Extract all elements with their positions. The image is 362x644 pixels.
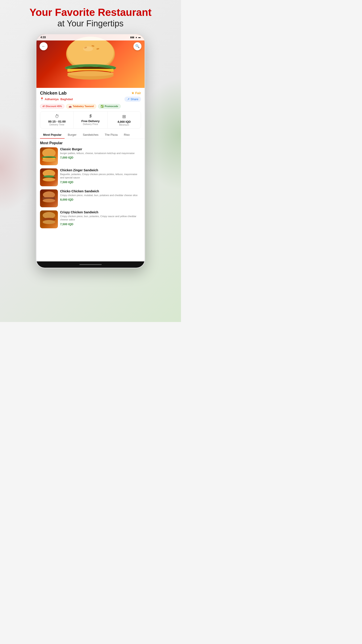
share-button[interactable]: ↗ Share [124,96,141,102]
info-card-delivery: $ Free Delivery Delivery Price [74,112,107,128]
rating-badge: ★ Fair [131,91,141,95]
svg-point-22 [43,175,54,178]
minimum-value: 4,000 IQD [117,120,131,124]
tags-row: 🏷 Discount 45% 🚗 Talabatey Tawseel ✅ Pro… [40,104,141,109]
location-row: 📍 Adhamiya Baghdad ↗ Share [40,96,141,102]
info-card-minimum: ⊞ 4,000 IQD Minimum [107,112,141,128]
svg-point-25 [43,199,55,202]
svg-point-13 [67,71,113,76]
menu-item-desc-classic-burger: burger patties, lettuce, cheese, tomatoe… [60,152,141,155]
menu-item-chicken-zinger[interactable]: Chicken Zinger Sandwich Baguette, potaot… [40,168,141,186]
menu-item-classic-burger[interactable]: Classic Burger burger patties, lettuce, … [40,147,141,165]
menu-item-img-chicko [40,190,58,207]
signal-icon: ▮▮▮ [130,36,134,38]
share-label: Share [130,98,138,101]
location-city: Baghdad [60,98,73,101]
svg-point-26 [43,212,55,219]
menu-item-name-classic-burger: Classic Burger [60,147,141,151]
tab-sandwiches[interactable]: Sandwiches [79,131,101,139]
star-icon: ★ [131,91,134,95]
clock-icon: ⏱ [55,114,59,119]
menu-item-desc-chicken-zinger: Baguette, potaotes, Crispy chicken piece… [60,173,141,180]
menu-item-details-chicko: Chicko Chicken Sandwich Crispy chicken p… [60,190,141,201]
svg-point-6 [83,46,93,52]
section-title: Most Popular [40,141,141,145]
promo-icon: ✅ [100,105,104,108]
tag-promo: ✅ Promocode [98,104,121,109]
status-icons: ▮▮▮ ▲ ▬ [130,36,141,38]
minimum-label: Minimum [119,124,129,126]
menu-item-desc-chicko: Crispy chicken piece, mutabal, bun, pota… [60,194,141,197]
tab-burger[interactable]: Burger [64,131,79,139]
headline-line1: Your Favorite Restaurant [29,7,151,18]
phone-bottom-bar [36,262,145,268]
info-card-time: ⏱ 00:15 - 01:00 Delivery Time [40,112,74,128]
tab-pizza[interactable]: The Pizza [101,131,121,139]
menu-item-price-classic-burger: 7,000 IQD [60,156,141,159]
menu-item-img-chicken-zinger [40,168,58,186]
tab-most-popular[interactable]: Most Popular [40,131,64,139]
location-text: 📍 Adhamiya Baghdad [40,97,73,101]
info-cards: ⏱ 00:15 - 01:00 Delivery Time $ Free Del… [40,111,141,128]
svg-point-23 [43,192,55,198]
battery-icon: ▬ [138,36,141,38]
hero-image: ← 🔍 [36,34,145,88]
menu-item-chicko[interactable]: Chicko Chicken Sandwich Crispy chicken p… [40,190,141,207]
tawseel-icon: 🚗 [69,105,72,108]
restaurant-header: Chicken Lab ★ Fair [40,90,141,96]
home-indicator [79,264,102,265]
share-icon: ↗ [127,98,130,101]
delivery-price-value: Free Delivery [81,120,100,123]
delivery-price-label: Delivery Price [83,123,98,126]
menu-item-price-chicko: 8,000 IQD [60,198,141,201]
svg-point-28 [43,220,55,224]
rating-label: Fair [135,91,141,95]
tabs-row: Most Popular Burger Sandwiches The Pizza… [36,131,145,139]
phone-mockup: 4:33 ▮▮▮ ▲ ▬ [36,34,145,268]
location-district: Adhamiya [45,98,58,101]
menu-item-img-crispy [40,210,58,228]
menu-item-crispy[interactable]: Crispy Chicken Sandwich Crispy chicken p… [40,210,141,228]
menu-item-name-chicko: Chicko Chicken Sandwich [60,190,141,193]
headline-line2: at Your Fingertips [29,18,151,29]
status-bar: 4:33 ▮▮▮ ▲ ▬ [36,34,145,40]
headline: Your Favorite Restaurant at Your Fingert… [29,7,151,29]
location-pin-icon: 📍 [40,97,44,101]
menu-item-name-chicken-zinger: Chicken Zinger Sandwich [60,168,141,172]
restaurant-info: Chicken Lab ★ Fair 📍 Adhamiya Baghdad ↗ … [36,88,145,128]
wifi-icon: ▲ [135,36,137,38]
chicko-mini-icon [40,190,58,207]
minimum-icon: ⊞ [122,114,126,119]
back-arrow-icon: ← [42,44,45,48]
svg-point-18 [42,158,56,162]
crispy-mini-icon [40,210,58,228]
page-container: Your Favorite Restaurant at Your Fingert… [0,0,181,322]
status-time: 4:33 [40,36,46,39]
menu-item-desc-crispy: Crispy chicken piece, bun, potaotes, Cri… [60,215,141,222]
delivery-time-label: Delivery Time [49,123,64,126]
menu-item-price-crispy: 7,500 IQD [60,222,141,226]
menu-item-details-classic-burger: Classic Burger burger patties, lettuce, … [60,147,141,159]
restaurant-name: Chicken Lab [40,90,67,96]
search-icon: 🔍 [135,44,140,48]
burger-mini-icon [40,147,58,165]
svg-point-21 [43,178,55,181]
svg-point-2 [67,37,113,68]
search-button[interactable]: 🔍 [133,42,141,50]
menu-item-details-crispy: Crispy Chicken Sandwich Crispy chicken p… [60,210,141,226]
menu-section: Most Popular Classic Burg [36,139,145,232]
menu-item-name-crispy: Crispy Chicken Sandwich [60,210,141,214]
menu-item-img-classic-burger [40,147,58,165]
menu-item-price-chicken-zinger: 7,500 IQD [60,180,141,184]
tab-riso[interactable]: Riso [121,131,133,139]
delivery-time-value: 00:15 - 01:00 [48,120,66,123]
sandwich-mini-icon [40,168,58,186]
tag-tawseel: 🚗 Talabatey Tawseel [66,104,96,109]
dollar-icon: $ [89,114,92,118]
burger-illustration [36,34,145,88]
menu-item-details-chicken-zinger: Chicken Zinger Sandwich Baguette, potaot… [60,168,141,184]
back-button[interactable]: ← [39,42,48,50]
tag-discount: 🏷 Discount 45% [40,104,64,109]
discount-icon: 🏷 [42,105,45,108]
